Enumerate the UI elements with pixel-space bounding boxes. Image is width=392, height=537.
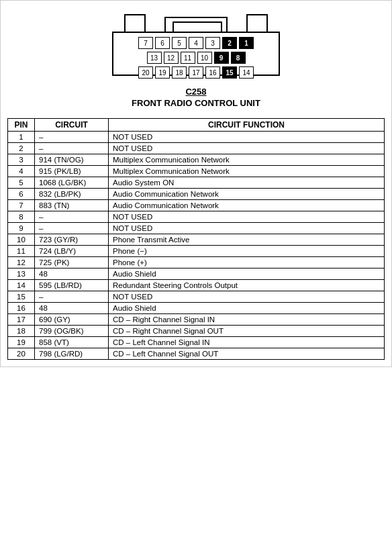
pin-box-6: 6 (155, 37, 170, 49)
pin-box-14: 14 (239, 66, 254, 79)
cell-circuit: 914 (TN/OG) (35, 154, 109, 166)
cell-function: Audio Shield (109, 268, 385, 280)
cell-circuit: 48 (35, 303, 109, 314)
pin-box-1: 1 (239, 37, 254, 49)
cell-function: Audio System ON (109, 177, 385, 189)
pin-box-15: 15 (222, 66, 237, 79)
pin-box-9: 9 (214, 52, 229, 64)
cell-circuit: – (35, 223, 109, 234)
cell-circuit: 723 (GY/R) (35, 234, 109, 246)
cell-function: NOT USED (109, 143, 385, 154)
housing-body: 7654321 1312111098 20191817161514 (112, 32, 280, 76)
pin-row-2: 1312111098 (147, 52, 246, 64)
pin-box-5: 5 (172, 37, 187, 49)
pin-row-1: 7654321 (138, 37, 254, 49)
pin-box-4: 4 (189, 37, 203, 49)
table-row: 1–NOT USED (8, 132, 385, 143)
connector-diagram: 7654321 1312111098 20191817161514 C258 F… (7, 7, 385, 113)
page: 7654321 1312111098 20191817161514 C258 F… (0, 0, 392, 367)
cell-function: Audio Communication Network (109, 189, 385, 200)
cell-pin: 8 (8, 211, 35, 223)
housing-right-tab (246, 14, 268, 33)
cell-circuit: 724 (LB/Y) (35, 246, 109, 257)
cell-function: CD – Left Channel Signal IN (109, 337, 385, 348)
table-row: 15–NOT USED (8, 291, 385, 303)
cell-pin: 6 (8, 189, 35, 200)
table-row: 51068 (LG/BK)Audio System ON (8, 177, 385, 189)
connector-housing: 7654321 1312111098 20191817161514 (112, 14, 280, 81)
cell-circuit: 883 (TN) (35, 200, 109, 211)
cell-pin: 3 (8, 154, 35, 166)
cell-pin: 9 (8, 223, 35, 234)
table-row: 6832 (LB/PK)Audio Communication Network (8, 189, 385, 200)
cell-pin: 15 (8, 291, 35, 303)
cell-circuit: 798 (LG/RD) (35, 348, 109, 360)
table-row: 1648Audio Shield (8, 303, 385, 314)
table-row: 19858 (VT)CD – Left Channel Signal IN (8, 337, 385, 348)
table-row: 11724 (LB/Y)Phone (−) (8, 246, 385, 257)
housing-left-tab (124, 14, 146, 33)
table-row: 8–NOT USED (8, 211, 385, 223)
cell-function: NOT USED (109, 132, 385, 143)
connector-name: FRONT RADIO CONTROL UNIT (132, 98, 260, 108)
col-header-function: CIRCUIT FUNCTION (109, 119, 385, 132)
cell-pin: 13 (8, 268, 35, 280)
pin-box-2: 2 (222, 37, 237, 49)
table-row: 4915 (PK/LB)Multiplex Communication Netw… (8, 166, 385, 177)
table-row: 14595 (LB/RD)Redundant Steering Controls… (8, 280, 385, 291)
table-row: 12725 (PK)Phone (+) (8, 257, 385, 268)
cell-circuit: 690 (GY) (35, 314, 109, 326)
cell-pin: 4 (8, 166, 35, 177)
table-row: 18799 (OG/BK)CD – Right Channel Signal O… (8, 326, 385, 337)
cell-function: Audio Shield (109, 303, 385, 314)
table-row: 3914 (TN/OG)Multiplex Communication Netw… (8, 154, 385, 166)
pin-box-10: 10 (197, 52, 212, 64)
cell-circuit: 725 (PK) (35, 257, 109, 268)
cell-function: Multiplex Communication Network (109, 154, 385, 166)
pin-box-20: 20 (138, 66, 153, 79)
cell-pin: 11 (8, 246, 35, 257)
cell-circuit: – (35, 211, 109, 223)
table-row: 1348Audio Shield (8, 268, 385, 280)
cell-pin: 7 (8, 200, 35, 211)
col-header-circuit: CIRCUIT (35, 119, 109, 132)
cell-function: CD – Right Channel Signal IN (109, 314, 385, 326)
cell-pin: 19 (8, 337, 35, 348)
cell-circuit: 832 (LB/PK) (35, 189, 109, 200)
cell-circuit: 1068 (LG/BK) (35, 177, 109, 189)
cell-function: NOT USED (109, 223, 385, 234)
table-row: 17690 (GY)CD – Right Channel Signal IN (8, 314, 385, 326)
cell-circuit: – (35, 132, 109, 143)
table-row: 20798 (LG/RD)CD – Left Channel Signal OU… (8, 348, 385, 360)
cell-circuit: 48 (35, 268, 109, 280)
col-header-pin: PIN (8, 119, 35, 132)
table-row: 9–NOT USED (8, 223, 385, 234)
cell-pin: 2 (8, 143, 35, 154)
cell-function: NOT USED (109, 291, 385, 303)
cell-function: Phone Transmit Active (109, 234, 385, 246)
pin-rows-container: 7654321 1312111098 20191817161514 (113, 33, 279, 79)
cell-function: NOT USED (109, 211, 385, 223)
cell-pin: 14 (8, 280, 35, 291)
table-row: 2–NOT USED (8, 143, 385, 154)
cell-circuit: 799 (OG/BK) (35, 326, 109, 337)
table-row: 7883 (TN)Audio Communication Network (8, 200, 385, 211)
pin-box-3: 3 (205, 37, 220, 49)
cell-function: Phone (+) (109, 257, 385, 268)
cell-function: Redundant Steering Controls Output (109, 280, 385, 291)
cell-function: CD – Left Channel Signal OUT (109, 348, 385, 360)
cell-circuit: 595 (LB/RD) (35, 280, 109, 291)
cell-circuit: 915 (PK/LB) (35, 166, 109, 177)
cell-circuit: – (35, 143, 109, 154)
table-row: 10723 (GY/R)Phone Transmit Active (8, 234, 385, 246)
cell-pin: 18 (8, 326, 35, 337)
connector-title: C258 FRONT RADIO CONTROL UNIT (132, 87, 260, 108)
cell-function: Multiplex Communication Network (109, 166, 385, 177)
pin-box-12: 12 (164, 52, 179, 64)
cell-function: Phone (−) (109, 246, 385, 257)
cell-function: CD – Right Channel Signal OUT (109, 326, 385, 337)
pin-box-19: 19 (155, 66, 170, 79)
cell-pin: 5 (8, 177, 35, 189)
cell-pin: 12 (8, 257, 35, 268)
pin-box-11: 11 (181, 52, 195, 64)
